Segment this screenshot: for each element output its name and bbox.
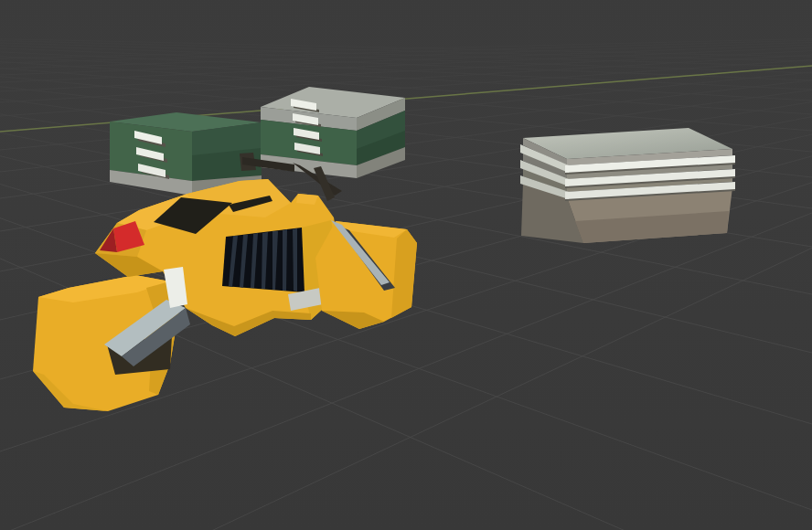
hoverbike-body-face [296, 194, 318, 205]
scene-canvas[interactable] [0, 0, 812, 530]
viewport-3d[interactable] [0, 0, 812, 530]
crate-silver-stacked[interactable] [520, 128, 735, 243]
